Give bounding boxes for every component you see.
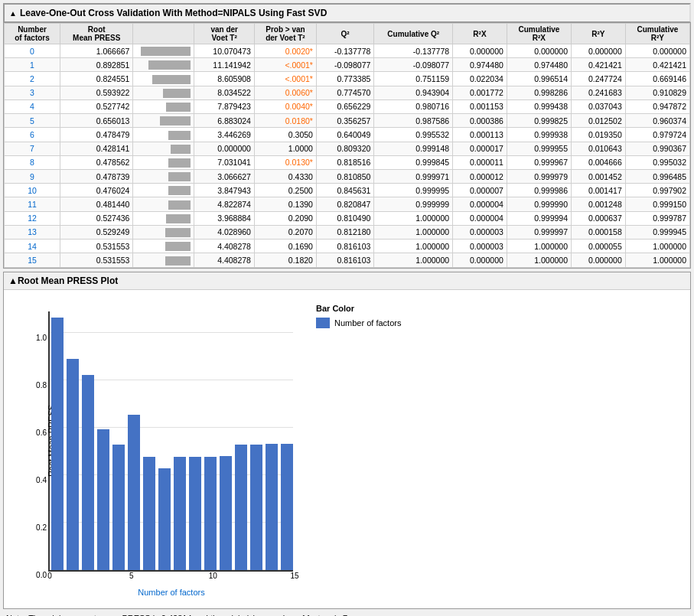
plot-collapse-icon[interactable]: ▲ bbox=[8, 275, 18, 286]
cell-cumq2: 0.943904 bbox=[374, 86, 453, 99]
chart-bar bbox=[97, 429, 109, 570]
cell-voet: 7.031041 bbox=[194, 155, 255, 169]
cell-q2: 0.845631 bbox=[316, 184, 373, 197]
cell-factor[interactable]: 0 bbox=[5, 44, 60, 58]
cell-voet: 3.968884 bbox=[194, 211, 255, 225]
cell-r2y: 0.001417 bbox=[572, 184, 626, 197]
y-tick-label: 0.8 bbox=[36, 381, 50, 389]
cell-cumq2: 0.995532 bbox=[374, 128, 453, 142]
cell-cumq2: 1.000000 bbox=[374, 253, 453, 267]
cell-cumr2y: 0.997902 bbox=[625, 184, 689, 197]
cell-prob: 0.4330 bbox=[254, 169, 316, 183]
x-axis-label: Number of factors bbox=[138, 588, 204, 597]
cell-q2: 0.656229 bbox=[316, 99, 373, 113]
cell-factor[interactable]: 3 bbox=[5, 86, 60, 99]
cell-prob: 0.3050 bbox=[254, 128, 316, 142]
cell-cumq2: 0.751159 bbox=[374, 72, 453, 86]
table-row: 10.89285111.141942<.0001*-0.098077-0.098… bbox=[5, 58, 690, 72]
cell-prob: 0.2070 bbox=[254, 225, 316, 239]
col-header-prob: Prob > vander Voet T² bbox=[254, 24, 316, 44]
chart-wrapper: Root Mean PRESS Number of factors 0.00.2… bbox=[10, 296, 301, 602]
cell-cumr2y: 0.910829 bbox=[625, 86, 689, 99]
plot-title-text: Root Mean PRESS Plot bbox=[18, 275, 118, 286]
cell-factor[interactable]: 15 bbox=[5, 253, 60, 267]
cell-r2y: 0.421421 bbox=[572, 58, 626, 72]
chart-bar bbox=[250, 445, 262, 570]
cell-factor[interactable]: 6 bbox=[5, 128, 60, 142]
cell-factor[interactable]: 13 bbox=[5, 225, 60, 239]
cell-r2y: 0.012502 bbox=[572, 114, 626, 128]
cell-r2y: 0.247724 bbox=[572, 72, 626, 86]
cell-factor[interactable]: 9 bbox=[5, 169, 60, 183]
cell-r2y: 0.000000 bbox=[572, 44, 626, 58]
cell-factor[interactable]: 4 bbox=[5, 99, 60, 113]
collapse-icon[interactable]: ▲ bbox=[9, 9, 17, 18]
table-section: Numberof factors RootMean PRESS van derV… bbox=[3, 22, 691, 269]
table-row: 60.4784793.4462690.30500.6400490.9955320… bbox=[5, 128, 690, 142]
note-text: Note: The minimum root mean PRESS is 0.4… bbox=[6, 614, 350, 617]
cell-r2x: 0.000003 bbox=[453, 240, 507, 253]
cell-q2: 0.356257 bbox=[316, 114, 373, 128]
col-header-bar bbox=[133, 24, 194, 44]
cell-bar bbox=[133, 142, 194, 155]
page-title: Leave-One-Out Cross Validation With Meth… bbox=[20, 8, 327, 18]
cell-cumr2y: 0.996485 bbox=[625, 169, 689, 183]
cell-bar bbox=[133, 99, 194, 113]
cell-r2y: 0.019350 bbox=[572, 128, 626, 142]
cell-voet: 3.446269 bbox=[194, 128, 255, 142]
cell-r2x: 0.000113 bbox=[453, 128, 507, 142]
cell-factor[interactable]: 11 bbox=[5, 197, 60, 211]
cell-cumr2x: 0.998286 bbox=[507, 86, 571, 99]
cell-factor[interactable]: 7 bbox=[5, 142, 60, 155]
cell-cumr2y: 0.947872 bbox=[625, 99, 689, 113]
cell-factor[interactable]: 12 bbox=[5, 211, 60, 225]
cell-rmp: 0.656013 bbox=[60, 114, 133, 128]
cell-r2x: 0.000007 bbox=[453, 184, 507, 197]
cell-bar bbox=[133, 155, 194, 169]
cell-rmp: 0.527742 bbox=[60, 99, 133, 113]
cell-r2x: 0.000012 bbox=[453, 169, 507, 183]
cell-factor[interactable]: 2 bbox=[5, 72, 60, 86]
cell-r2y: 0.037043 bbox=[572, 99, 626, 113]
table-row: 120.5274363.9688840.20900.8104901.000000… bbox=[5, 211, 690, 225]
cell-prob: 0.1390 bbox=[254, 197, 316, 211]
cell-factor[interactable]: 10 bbox=[5, 184, 60, 197]
cell-r2y: 0.000158 bbox=[572, 225, 626, 239]
cell-voet: 4.028960 bbox=[194, 225, 255, 239]
y-tick-label: 1.0 bbox=[36, 334, 50, 342]
cell-factor[interactable]: 5 bbox=[5, 114, 60, 128]
legend-color-swatch bbox=[316, 318, 330, 328]
chart-bar bbox=[67, 359, 79, 570]
cell-cumr2y: 0.669146 bbox=[625, 72, 689, 86]
cell-cumr2x: 1.000000 bbox=[507, 240, 571, 253]
cell-prob: <.0001* bbox=[254, 72, 316, 86]
cell-voet: 6.883024 bbox=[194, 114, 255, 128]
cell-factor[interactable]: 1 bbox=[5, 58, 60, 72]
cell-cumr2x: 0.999825 bbox=[507, 114, 571, 128]
cell-prob: 0.1820 bbox=[254, 253, 316, 267]
cell-bar bbox=[133, 128, 194, 142]
cell-factor[interactable]: 14 bbox=[5, 240, 60, 253]
cell-cumr2x: 0.000000 bbox=[507, 44, 571, 58]
plot-title: ▲ Root Mean PRESS Plot bbox=[4, 272, 690, 290]
x-tick-label: 0 bbox=[47, 570, 52, 580]
cell-cumr2x: 0.974480 bbox=[507, 58, 571, 72]
col-header-r2x: R²X bbox=[453, 24, 507, 44]
cell-cumq2: 0.999148 bbox=[374, 142, 453, 155]
cell-factor[interactable]: 8 bbox=[5, 155, 60, 169]
note: Note: The minimum root mean PRESS is 0.4… bbox=[3, 609, 691, 617]
cell-rmp: 0.428141 bbox=[60, 142, 133, 155]
chart-bar bbox=[235, 445, 247, 569]
cell-r2y: 0.000055 bbox=[572, 240, 626, 253]
cell-rmp: 0.593922 bbox=[60, 86, 133, 99]
chart-bar bbox=[174, 457, 186, 570]
cell-cumr2x: 0.999979 bbox=[507, 169, 571, 183]
cell-cumq2: -0.098077 bbox=[374, 58, 453, 72]
cell-q2: 0.820847 bbox=[316, 197, 373, 211]
cell-cumr2y: 0.999945 bbox=[625, 225, 689, 239]
chart-bar bbox=[158, 468, 171, 569]
legend-title: Bar Color bbox=[316, 304, 401, 313]
cell-cumr2x: 0.999955 bbox=[507, 142, 571, 155]
cell-q2: -0.098077 bbox=[316, 58, 373, 72]
cell-rmp: 0.476024 bbox=[60, 184, 133, 197]
